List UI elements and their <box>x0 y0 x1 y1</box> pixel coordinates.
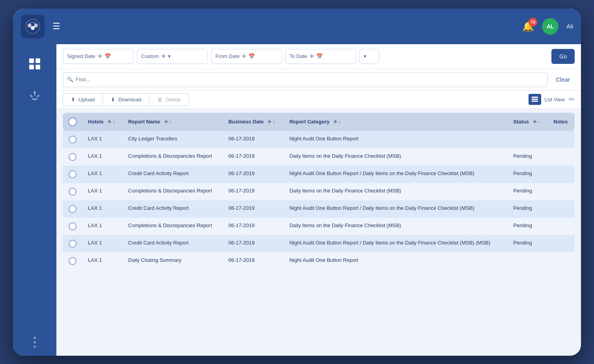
business-date-column-header[interactable]: Business Date ✛ ↓ <box>223 113 284 131</box>
radio-circle-1[interactable] <box>69 153 77 161</box>
table-row: LAX 1 Completions & Discrepancies Report… <box>63 148 575 166</box>
app-logo <box>21 15 45 38</box>
clear-button[interactable]: Clear <box>551 75 575 84</box>
business-date-cell: 06-17-2019 <box>223 218 284 235</box>
radio-circle-2[interactable] <box>69 170 77 178</box>
hotel-cell: LAX 1 <box>82 166 123 183</box>
custom-filter[interactable]: Custom ✛ ▾ <box>137 49 208 64</box>
table-row: LAX 1 Credit Card Activity Report 06-17-… <box>63 166 575 183</box>
download-icon: ⬇ <box>111 97 115 103</box>
row-radio-0[interactable] <box>68 136 77 144</box>
report-category-cell: Night Audit One Button Report <box>284 252 508 270</box>
notifications-bell[interactable]: 🔔 70 <box>522 21 534 32</box>
business-date-cell: 06-17-2019 <box>223 252 284 270</box>
report-category-cell: Night Audit One Button Report <box>284 131 508 148</box>
business-date-cell: 06-17-2019 <box>223 235 284 252</box>
status-sort-icon[interactable]: ✛ ↓ <box>533 119 540 125</box>
report-name-cell: Daily Closing Summary <box>123 252 223 270</box>
report-name-cell: Completions & Discrepancies Report <box>123 148 223 166</box>
report-name-sort-icon[interactable]: ✛ ↓ <box>164 119 172 125</box>
user-name: Ali <box>566 23 573 30</box>
radio-circle-0[interactable] <box>69 136 77 144</box>
business-date-cell: 06-17-2019 <box>223 131 284 148</box>
radio-circle-6[interactable] <box>69 240 77 248</box>
table-row: LAX 1 Completions & Discrepancies Report… <box>63 183 575 200</box>
radio-circle-5[interactable] <box>69 222 77 230</box>
filter-bar: Signed Date ✛ 📅 Custom ✛ ▾ From Date ✛ 📅… <box>56 44 581 69</box>
to-date-filter[interactable]: To Date ✛ 📅 <box>285 49 356 64</box>
row-radio-7[interactable] <box>68 257 77 265</box>
status-column-header[interactable]: Status ✛ ↓ <box>508 113 548 131</box>
sidebar-item-grid[interactable] <box>23 52 47 76</box>
avatar[interactable]: AL <box>542 18 559 35</box>
dropdown-more[interactable]: ▾ <box>359 49 379 64</box>
go-button[interactable]: Go <box>551 49 575 64</box>
report-name-cell: Credit Card Activity Report <box>123 235 223 252</box>
list-view-label: List View <box>544 97 565 103</box>
svg-rect-10 <box>532 101 538 102</box>
row-radio-2[interactable] <box>68 170 77 178</box>
svg-rect-8 <box>532 97 538 98</box>
row-radio-5[interactable] <box>68 222 77 230</box>
table-container: Hotels ✛ ↓ Report Name ✛ ↓ Business Date… <box>56 109 581 356</box>
hotels-column-header[interactable]: Hotels ✛ ↓ <box>82 113 123 131</box>
hotel-cell: LAX 1 <box>82 183 123 200</box>
row-radio-6[interactable] <box>68 240 77 248</box>
download-button[interactable]: ⬇ Download <box>103 93 149 106</box>
notes-cell <box>548 200 575 218</box>
toolbar: ⬆ Upload ⬇ Download 🗑 Delete <box>56 91 581 109</box>
sidebar-item-recycle[interactable] <box>23 84 47 107</box>
notes-cell <box>548 183 575 200</box>
svg-rect-9 <box>532 99 538 100</box>
calendar-icon-2: 📅 <box>248 53 255 59</box>
svg-point-2 <box>34 24 38 28</box>
business-date-cell: 06-17-2019 <box>223 166 284 183</box>
report-name-cell: Completions & Discrepancies Report <box>123 183 223 200</box>
hotels-sort-icon[interactable]: ✛ ↓ <box>107 119 115 125</box>
trash-icon: 🗑 <box>157 97 163 103</box>
notes-cell <box>548 148 575 166</box>
status-cell: Pending <box>508 148 548 166</box>
calendar-icon-3: 📅 <box>316 53 323 59</box>
drag-icon: ✛ <box>98 53 102 59</box>
radio-circle-4[interactable] <box>69 205 77 213</box>
reports-table: Hotels ✛ ↓ Report Name ✛ ↓ Business Date… <box>63 113 575 270</box>
report-category-column-header[interactable]: Report Category ✛ ↓ <box>284 113 508 131</box>
row-radio-1[interactable] <box>68 153 77 161</box>
row-radio-3[interactable] <box>68 188 77 196</box>
report-name-column-header[interactable]: Report Name ✛ ↓ <box>123 113 223 131</box>
report-name-cell: Credit Card Activity Report <box>123 166 223 183</box>
delete-button[interactable]: 🗑 Delete <box>149 93 189 106</box>
sidebar-decorations <box>34 337 36 348</box>
status-cell: Pending <box>508 218 548 235</box>
notification-badge: 70 <box>529 18 537 26</box>
edit-columns-button[interactable]: ✏ <box>569 95 575 104</box>
business-date-cell: 06-17-2019 <box>223 200 284 218</box>
drag-icon-2: ✛ <box>161 53 166 59</box>
report-category-sort-icon[interactable]: ✛ ↓ <box>333 119 341 125</box>
radio-circle-7[interactable] <box>69 257 77 265</box>
report-name-cell: City Ledger Transfers <box>123 131 223 148</box>
search-input-container[interactable]: 🔍 <box>63 72 548 87</box>
hotel-cell: LAX 1 <box>82 131 123 148</box>
table-row: LAX 1 Daily Closing Summary 06-17-2019 N… <box>63 252 575 270</box>
list-view-button[interactable] <box>529 94 541 105</box>
upload-button[interactable]: ⬆ Upload <box>63 93 103 106</box>
business-date-sort-icon[interactable]: ✛ ↓ <box>267 119 275 125</box>
signed-date-filter[interactable]: Signed Date ✛ 📅 <box>63 49 134 64</box>
calendar-icon: 📅 <box>105 53 111 59</box>
select-all-checkbox[interactable] <box>68 118 77 126</box>
top-navigation: ☰ 🔔 70 AL Ali <box>13 9 581 44</box>
table-row: LAX 1 Credit Card Activity Report 06-17-… <box>63 200 575 218</box>
search-input[interactable] <box>76 77 544 82</box>
row-radio-4[interactable] <box>68 205 77 213</box>
hamburger-menu[interactable]: ☰ <box>52 21 60 32</box>
status-cell: Pending <box>508 200 548 218</box>
from-date-filter[interactable]: From Date ✛ 📅 <box>211 49 282 64</box>
status-cell: Pending <box>508 183 548 200</box>
table-row: LAX 1 Completions & Discrepancies Report… <box>63 218 575 235</box>
select-all-column[interactable] <box>63 113 82 131</box>
report-name-cell: Credit Card Activity Report <box>123 200 223 218</box>
radio-circle-3[interactable] <box>69 188 77 196</box>
svg-rect-4 <box>29 58 34 63</box>
